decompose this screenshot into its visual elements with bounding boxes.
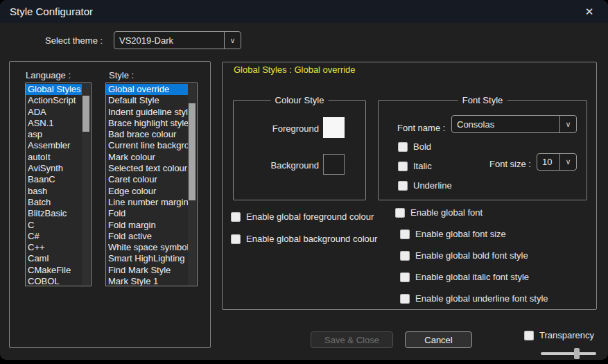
language-list-item[interactable]: bash (26, 186, 82, 197)
language-list-item[interactable]: Assembler (26, 140, 82, 151)
language-label: Language : (26, 70, 71, 80)
enable-toggle-row: Enable global font size (400, 229, 548, 239)
style-listbox[interactable]: Global override Default Style Indent gui… (105, 83, 198, 286)
font-name-label: Font name : (397, 123, 445, 133)
checkbox-label: Enable global italic font style (415, 272, 529, 282)
style-list-item[interactable]: Mark Style 1 (106, 276, 188, 286)
style-list-item[interactable]: White space symbol (106, 242, 188, 253)
style-list-item[interactable]: Line number margin (106, 197, 188, 208)
background-colour-swatch[interactable] (323, 154, 345, 175)
style-list-item[interactable]: Fold active (106, 231, 188, 242)
close-button[interactable]: ✕ (575, 0, 604, 23)
transparency-slider-thumb[interactable] (574, 348, 580, 359)
enable-font-toggles: Enable global font Enable global font si… (395, 207, 548, 304)
language-list-item[interactable]: COBOL (26, 276, 82, 286)
checkbox[interactable] (231, 212, 241, 222)
enable-toggle-row: Enable global font (395, 207, 548, 218)
checkbox[interactable] (398, 142, 408, 152)
style-list-item[interactable]: Global override (106, 84, 188, 95)
save-and-close-button[interactable]: Save & Close (311, 331, 393, 348)
cancel-button[interactable]: Cancel (405, 331, 472, 348)
style-list-item[interactable]: Selected text colour (106, 163, 188, 174)
font-toggle-row: Bold (398, 141, 452, 152)
colour-style-legend: Colour Style (271, 95, 329, 105)
language-list-item[interactable]: ADA (26, 107, 82, 118)
enable-toggle-row: Enable global foreground colour (231, 211, 377, 222)
style-list-item[interactable]: Current line background (106, 140, 188, 151)
enable-colour-toggles: Enable global foreground colour Enable g… (231, 211, 377, 244)
style-list-item[interactable]: Brace highlight style (106, 118, 188, 129)
language-list-item[interactable]: autoIt (26, 152, 82, 163)
chevron-down-icon[interactable]: ∨ (225, 32, 241, 49)
font-name-value: Consolas (452, 116, 559, 132)
style-scrollbar-thumb[interactable] (189, 103, 196, 200)
enable-toggle-row: Enable global background colour (231, 234, 377, 244)
font-size-value: 10 (537, 154, 559, 170)
foreground-colour-swatch[interactable] (323, 117, 345, 138)
language-list-item[interactable]: BlitzBasic (26, 208, 82, 219)
checkbox-label: Italic (413, 161, 432, 171)
checkbox-label: Underline (413, 180, 452, 191)
language-list-item[interactable]: Global Styles (26, 84, 82, 95)
chevron-down-icon[interactable]: ∨ (560, 154, 576, 170)
checkbox-label: Bold (413, 141, 431, 152)
foreground-label: Foreground (233, 123, 319, 134)
language-list-item[interactable]: C (26, 220, 82, 231)
enable-toggle-row: Enable global underline font style (400, 293, 548, 304)
titlebar: Style Configurator (0, 0, 608, 23)
enable-toggle-row: Enable global bold font style (400, 250, 548, 261)
font-size-combobox[interactable]: 10 ∨ (537, 153, 577, 171)
window-title: Style Configurator (0, 6, 93, 17)
checkbox-label: Enable global font size (415, 229, 506, 239)
language-scrollbar-thumb[interactable] (82, 96, 89, 132)
checkbox[interactable] (398, 162, 408, 171)
language-list-item[interactable]: C# (26, 231, 82, 242)
style-list-item[interactable]: Default Style (106, 95, 188, 106)
style-list-item[interactable]: Smart HighLighting (106, 253, 188, 264)
language-list-scrollbar[interactable] (82, 84, 90, 285)
style-list-scrollbar[interactable] (188, 84, 196, 285)
style-list-item[interactable]: Indent guideline style (106, 107, 188, 118)
chevron-down-icon[interactable]: ∨ (560, 116, 576, 132)
language-listbox[interactable]: Global Styles ActionScript ADA ASN.1 asp… (25, 83, 92, 286)
checkbox[interactable] (398, 181, 408, 191)
language-list-item[interactable]: ASN.1 (26, 118, 82, 129)
checkbox[interactable] (400, 272, 410, 282)
checkbox[interactable] (400, 251, 410, 261)
style-list-item[interactable]: Bad brace colour (106, 129, 188, 140)
language-list-item[interactable]: AviSynth (26, 163, 82, 174)
checkbox-label: Enable global bold font style (415, 250, 528, 261)
font-style-toggles: Bold Italic Underline (398, 141, 452, 191)
colour-style-group: Colour Style (233, 100, 366, 200)
font-toggle-row: Underline (398, 180, 452, 191)
checkbox-label: Enable global font (410, 207, 483, 218)
transparency-checkbox[interactable] (524, 331, 534, 340)
style-list-item[interactable]: Mark colour (106, 152, 188, 163)
language-list-item[interactable]: C++ (26, 242, 82, 253)
style-list-item[interactable]: Caret colour (106, 174, 188, 185)
style-configurator-dialog: Style Configurator ✕ Select theme : VS20… (0, 0, 608, 360)
language-list-item[interactable]: asp (26, 129, 82, 140)
language-list-item[interactable]: Batch (26, 197, 82, 208)
style-list-item[interactable]: Edge colour (106, 186, 188, 197)
theme-combobox-value: VS2019-Dark (114, 32, 224, 49)
checkbox[interactable] (395, 208, 405, 218)
checkbox[interactable] (400, 229, 410, 239)
transparency-slider[interactable] (541, 352, 596, 355)
font-toggle-row: Italic (398, 161, 452, 171)
checkbox[interactable] (400, 294, 410, 304)
checkbox[interactable] (231, 234, 241, 244)
checkbox-label: Enable global foreground colour (246, 211, 374, 222)
select-theme-label: Select theme : (45, 35, 103, 46)
transparency-toggle: Transparency (524, 330, 594, 340)
language-list-item[interactable]: Caml (26, 253, 82, 264)
language-list-item[interactable]: CMakeFile (26, 265, 82, 276)
font-name-combobox[interactable]: Consolas ∨ (451, 115, 577, 133)
language-list-item[interactable]: BaanC (26, 174, 82, 185)
style-list-item[interactable]: Find Mark Style (106, 265, 188, 276)
language-list-item[interactable]: ActionScript (26, 95, 82, 106)
theme-combobox[interactable]: VS2019-Dark ∨ (114, 31, 241, 49)
style-label: Style : (109, 70, 134, 80)
style-list-item[interactable]: Fold margin (106, 220, 188, 231)
style-list-item[interactable]: Fold (106, 208, 188, 219)
